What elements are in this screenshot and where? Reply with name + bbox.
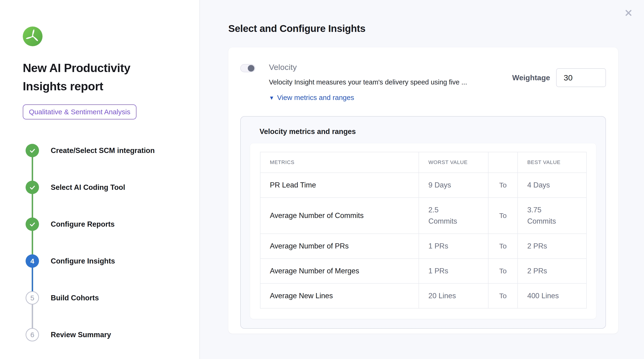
best-value-cell: 2 PRs [518,259,586,284]
check-icon [29,147,36,154]
col-header-metrics: METRICS [260,152,419,173]
step-indicator-completed [26,181,39,194]
metrics-table: METRICS WORST VALUE BEST VALUE PR Lead T… [260,152,587,309]
to-cell: To [488,234,518,259]
close-button[interactable] [623,8,634,18]
check-icon [29,184,36,191]
worst-value-cell: 9 Days [419,173,488,198]
weightage-input[interactable] [556,68,606,87]
step-label: Create/Select SCM integration [51,146,155,155]
step-indicator-pending: 6 [26,328,39,342]
app-logo-propeller-icon [23,26,42,46]
table-row: Average Number of PRs 1 PRs To 2 PRs [260,234,586,259]
step-connector [32,304,33,328]
best-value-cell: 3.75 Commits [518,198,586,234]
step-connector [32,268,33,292]
wizard-steps: Create/Select SCM integration Select AI … [23,144,190,342]
col-header-worst-value: WORST VALUE [419,152,488,173]
chevron-down-icon: ▼ [269,95,274,101]
worst-value-cell: 2.5 Commits [419,198,488,234]
step-label: Select AI Coding Tool [51,183,125,192]
metric-cell: Average Number of Merges [260,259,419,284]
metrics-ranges-panel: Velocity metrics and ranges METRICS WORS… [240,116,606,329]
step-item-scm-integration[interactable]: Create/Select SCM integration [26,144,190,157]
worst-value-cell: 1 PRs [419,259,488,284]
velocity-toggle[interactable] [240,64,255,72]
best-value-cell: 400 Lines [518,284,586,308]
step-item-ai-coding-tool[interactable]: Select AI Coding Tool [26,181,190,194]
step-item-configure-insights[interactable]: 4 Configure Insights [26,254,190,268]
table-row: Average Number of Merges 1 PRs To 2 PRs [260,259,586,284]
wizard-sidebar: New AI Productivity Insights report Qual… [0,0,200,359]
close-icon [624,8,633,17]
to-cell: To [488,173,518,198]
insight-card: Velocity Velocity Insight measures your … [228,47,618,334]
to-cell: To [488,284,518,308]
step-indicator-pending: 5 [26,291,39,305]
step-item-review-summary[interactable]: 6 Review Summary [26,328,190,342]
metrics-ranges-heading: Velocity metrics and ranges [260,127,596,136]
check-icon [29,221,36,228]
metric-cell: Average Number of Commits [260,198,419,234]
insights-panel: Select and Configure Insights Velocity V… [200,0,644,359]
metric-cell: Average New Lines [260,284,419,308]
step-connector [32,231,33,255]
metric-cell: PR Lead Time [260,173,419,198]
insight-name: Velocity [269,63,512,72]
toggle-knob [248,65,254,71]
step-indicator-completed [26,218,39,231]
view-metrics-link-label: View metrics and ranges [277,94,354,102]
metric-cell: Average Number of PRs [260,234,419,259]
to-cell: To [488,259,518,284]
best-value-cell: 2 PRs [518,234,586,259]
metrics-table-card: METRICS WORST VALUE BEST VALUE PR Lead T… [250,143,596,319]
view-metrics-link[interactable]: ▼ View metrics and ranges [269,94,354,102]
worst-value-cell: 1 PRs [419,234,488,259]
step-connector [32,194,33,218]
weightage-label: Weightage [512,73,550,82]
report-type-badge: Qualitative & Sentiment Analysis [23,104,136,119]
step-label: Build Cohorts [51,294,99,302]
to-cell: To [488,198,518,234]
best-value-cell: 4 Days [518,173,586,198]
report-title: New AI Productivity Insights report [23,59,168,95]
col-header-to [488,152,518,173]
table-row: Average New Lines 20 Lines To 400 Lines [260,284,586,308]
col-header-best-value: BEST VALUE [518,152,586,173]
step-label: Configure Insights [51,257,115,265]
step-connector [32,157,33,181]
step-indicator-active: 4 [26,254,39,268]
step-label: Configure Reports [51,220,114,229]
step-item-configure-reports[interactable]: Configure Reports [26,218,190,231]
worst-value-cell: 20 Lines [419,284,488,308]
table-row: PR Lead Time 9 Days To 4 Days [260,173,586,198]
table-header-row: METRICS WORST VALUE BEST VALUE [260,152,586,173]
step-item-build-cohorts[interactable]: 5 Build Cohorts [26,291,190,305]
step-indicator-completed [26,144,39,157]
table-row: Average Number of Commits 2.5 Commits To… [260,198,586,234]
panel-title: Select and Configure Insights [228,0,618,34]
insight-description: Velocity Insight measures your team's de… [269,78,512,86]
step-label: Review Summary [51,331,111,339]
